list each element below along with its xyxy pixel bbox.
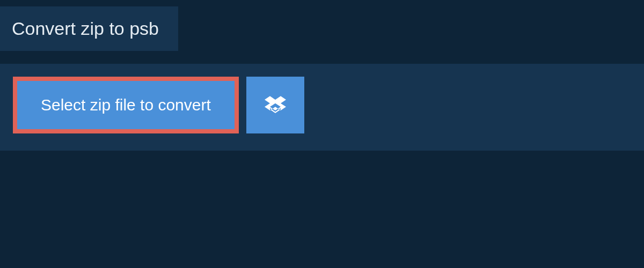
dropbox-button[interactable] <box>246 77 304 133</box>
page-title-text: Convert zip to psb <box>12 18 159 39</box>
select-file-button-label: Select zip file to convert <box>41 96 211 114</box>
footer-area <box>0 151 644 258</box>
dropbox-icon <box>265 94 286 116</box>
select-file-button[interactable]: Select zip file to convert <box>13 77 239 133</box>
page-title: Convert zip to psb <box>0 6 178 51</box>
upload-panel: Select zip file to convert <box>0 64 644 151</box>
button-row: Select zip file to convert <box>13 77 631 133</box>
